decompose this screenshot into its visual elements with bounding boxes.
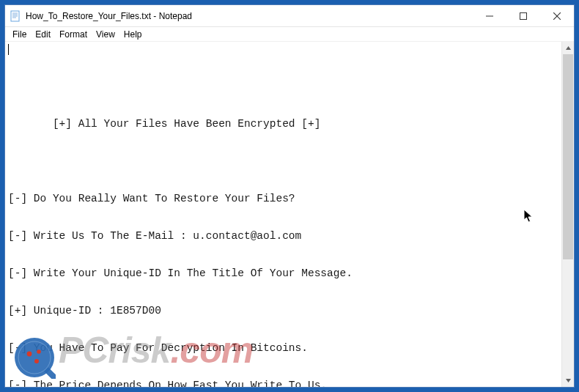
notepad-window: How_To_Restore_Your_Files.txt - Notepad … bbox=[4, 4, 575, 388]
svg-rect-6 bbox=[520, 12, 527, 19]
text-line: [+] Unique-ID : 1E857D00 bbox=[8, 305, 558, 317]
menu-view[interactable]: View bbox=[92, 29, 119, 40]
menubar: File Edit Format View Help bbox=[5, 27, 574, 42]
notepad-icon bbox=[10, 10, 21, 22]
text-line bbox=[8, 155, 558, 168]
menu-edit[interactable]: Edit bbox=[31, 29, 55, 40]
text-line: [-] Write Us To The E-Mail : u.contact@a… bbox=[8, 230, 558, 243]
maximize-button[interactable] bbox=[506, 5, 540, 26]
menu-format[interactable]: Format bbox=[55, 29, 92, 40]
close-button[interactable] bbox=[540, 5, 574, 26]
minimize-button[interactable] bbox=[473, 5, 506, 26]
text-line bbox=[8, 81, 558, 93]
text-line: [-] Do You Really Want To Restore Your F… bbox=[8, 193, 558, 205]
window-title: How_To_Restore_Your_Files.txt - Notepad bbox=[26, 11, 473, 21]
text-line: [+] All Your Files Have Been Encrypted [… bbox=[8, 118, 558, 130]
editor-area: [+] All Your Files Have Been Encrypted [… bbox=[5, 42, 574, 387]
text-editor[interactable]: [+] All Your Files Have Been Encrypted [… bbox=[5, 42, 561, 387]
text-caret bbox=[8, 44, 9, 55]
scroll-down-arrow-icon[interactable] bbox=[562, 374, 574, 387]
menu-file[interactable]: File bbox=[8, 29, 31, 40]
text-line: [-] You Have To Pay For Decryption In Bi… bbox=[8, 342, 558, 355]
text-line: [-] Write Your Unique-ID In The Title Of… bbox=[8, 267, 558, 280]
window-controls bbox=[473, 5, 574, 26]
vertical-scrollbar[interactable] bbox=[561, 42, 574, 387]
menu-help[interactable]: Help bbox=[119, 29, 147, 40]
titlebar[interactable]: How_To_Restore_Your_Files.txt - Notepad bbox=[5, 5, 574, 27]
scroll-thumb[interactable] bbox=[563, 54, 573, 259]
scroll-up-arrow-icon[interactable] bbox=[562, 42, 574, 54]
text-line: [-] The Price Depends On How Fast You Wr… bbox=[8, 380, 558, 387]
